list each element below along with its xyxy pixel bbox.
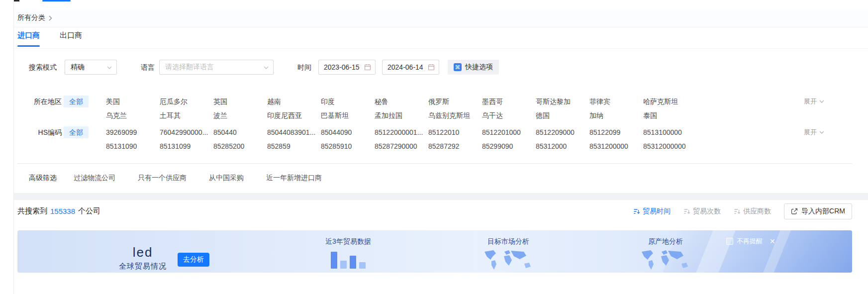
hs-code-item[interactable]: 85299090 [482,139,536,153]
hs-code-item[interactable]: 85312000 [536,139,589,153]
advanced-option[interactable]: 近一年新增进口商 [266,174,322,183]
region-item[interactable]: 哈萨克斯坦 [643,95,697,108]
hs-code-item[interactable]: 85287292 [428,139,482,153]
region-item[interactable]: 泰国 [643,108,697,122]
close-icon[interactable]: ✕ [770,238,775,245]
top-active-tab-indicator [42,0,71,1]
filters-divider [17,163,852,164]
banner-item-label: 原产地分析 [648,237,683,246]
hs-code-item[interactable]: 8512209000 [536,125,589,139]
hs-code-item[interactable]: 85122000001... [375,125,428,139]
analyze-button[interactable]: 去分析 [178,253,209,267]
search-mode-select[interactable]: 精确 [65,60,117,75]
region-item[interactable]: 波兰 [213,108,267,122]
advanced-option[interactable]: 从中国采购 [209,174,244,183]
region-item[interactable]: 美国 [106,95,160,108]
import-crm-button[interactable]: 导入内部CRM [784,203,852,219]
region-item[interactable]: 秘鲁 [375,95,428,108]
language-select[interactable]: 请选择翻译语言 [159,60,274,75]
advanced-filter-row: 高级筛选 过滤物流公司只有一个供应商从中国采购近一年新增进口商 [29,171,322,185]
sort-option[interactable]: 供应商数 [734,207,771,216]
tab[interactable]: 出口商 [60,31,82,47]
world-map-icon [481,249,536,272]
region-all-chip[interactable]: 全部 [64,96,89,107]
region-item[interactable]: 印度尼西亚 [267,108,321,122]
hs-code-item[interactable]: 85285910 [321,139,375,153]
hs-code-item[interactable]: 850440 [213,125,267,139]
hs-code-item[interactable]: 85122099 [589,125,643,139]
region-item[interactable]: 厄瓜多尔 [160,95,213,108]
section-gap [14,193,868,200]
trade-search-page: 所有分类 进口商出口商 搜索模式 精确 语言 请选择翻译语言 时间 2023-0… [0,0,868,294]
region-item[interactable]: 德国 [536,108,589,122]
region-item[interactable]: 加纳 [589,108,643,122]
region-item[interactable]: 哥斯达黎加 [536,95,589,108]
region-item[interactable]: 土耳其 [160,108,213,122]
start-date-value: 2023-06-15 [324,63,360,71]
expand-label: 展开 [804,125,817,139]
hs-all-chip[interactable]: 全部 [64,126,89,138]
chevron-down-icon [819,131,824,134]
banner-item-label: 目标市场分析 [487,237,529,246]
hs-code-item[interactable]: 8513100000 [643,125,697,139]
hs-code-item[interactable]: 8512201000 [482,125,536,139]
breadcrumb[interactable]: 所有分类 [17,13,52,22]
hs-code-item[interactable]: 85131099 [160,139,213,153]
advanced-option[interactable]: 过滤物流公司 [74,174,115,183]
region-item[interactable]: 乌干达 [482,108,536,122]
region-item[interactable]: 乌克兰 [106,108,160,122]
hs-code-item[interactable]: 85044090 [321,125,375,139]
hs-code-item[interactable]: 85312000000 [643,139,697,153]
hs-expand-button[interactable]: 展开 [804,125,824,139]
quick-options-button[interactable]: ⌘ 快捷选项 [448,60,499,75]
tab-label: 出口商 [60,31,82,39]
region-expand-button[interactable]: 展开 [804,95,824,108]
sort-option[interactable]: 贸易次数 [683,207,721,216]
region-label: 所在地区 [29,95,62,108]
region-item[interactable]: 菲律宾 [589,95,643,108]
banner-keyword-block: led 全球贸易情况 [108,245,178,271]
hs-code-item[interactable]: 852859 [267,139,321,153]
results-count: 155338 [50,207,75,215]
region-item[interactable]: 印度 [321,95,375,108]
hs-code-item[interactable]: 85287290000 [375,139,428,153]
expand-label: 展开 [804,95,817,108]
hs-code-item[interactable]: 85122010 [428,125,482,139]
advanced-options: 过滤物流公司只有一个供应商从中国采购近一年新增进口商 [74,174,322,183]
time-label: 时间 [297,60,311,75]
banner-keyword: led [108,245,178,260]
dismiss-checkbox[interactable] [726,238,733,245]
dismiss-label: 不再提醒 [737,237,763,246]
command-icon: ⌘ [454,63,462,71]
advanced-option[interactable]: 只有一个供应商 [138,174,187,183]
region-item[interactable]: 越南 [267,95,321,108]
hs-code-item[interactable]: 85285200 [213,139,267,153]
start-date-input[interactable]: 2023-06-15 [318,60,376,75]
region-item[interactable]: 巴基斯坦 [321,108,375,122]
hs-code-item[interactable]: 85131090 [106,139,160,153]
chevron-right-icon [49,15,52,21]
summary-prefix: 共搜索到 [17,206,47,216]
hs-code-item[interactable]: 76042990000... [160,125,213,139]
hs-code-label: HS编码 [29,125,62,139]
world-map-icon [638,249,693,272]
top-text-remnant [14,0,19,1]
quick-options-label: 快捷选项 [465,63,493,72]
hs-code-item[interactable]: 39269099 [106,125,160,139]
region-item[interactable]: 墨西哥 [482,95,536,108]
region-item[interactable]: 孟加拉国 [375,108,428,122]
sort-icon [683,208,690,215]
region-item[interactable]: 英国 [213,95,267,108]
content-left-border [13,0,14,294]
hs-code-item[interactable]: 8531200000 [589,139,643,153]
hs-row-1: 3926909976042990000...85044085044083901.… [106,125,697,139]
hs-code-item[interactable]: 85044083901... [267,125,321,139]
region-item[interactable]: 俄罗斯 [428,95,482,108]
tab[interactable]: 进口商 [17,31,40,47]
analysis-banner: led 全球贸易情况 去分析 近3年贸易数据 目标市场分析 [17,230,852,273]
end-date-input[interactable]: 2024-06-14 [382,60,439,75]
region-item[interactable]: 乌兹别克斯坦 [428,108,482,122]
tab-label: 进口商 [17,31,40,39]
sort-option[interactable]: 贸易时间 [633,207,671,216]
hs-row-2: 8513109085131099852852008528598528591085… [106,139,697,153]
